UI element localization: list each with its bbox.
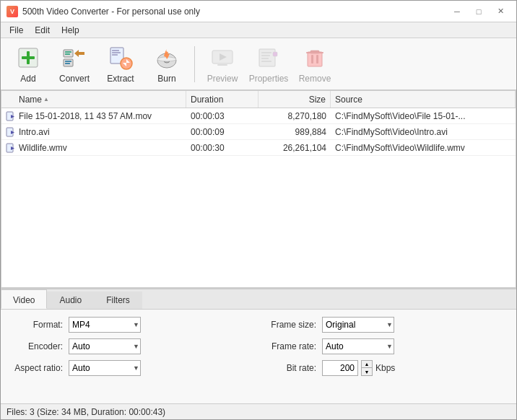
convert-label: Convert [59,74,90,84]
encoder-label: Encoder: [12,341,63,351]
svg-rect-4 [65,51,71,53]
svg-rect-23 [261,52,271,53]
encoder-select[interactable]: Auto H.264 H.265 MPEG-4 [69,338,141,354]
convert-button[interactable]: Convert [53,42,96,87]
aspect-select-wrapper: Auto 4:3 16:9 16:10 ▼ [69,360,141,376]
preview-icon [209,45,235,71]
tab-filters[interactable]: Filters [94,292,142,309]
toolbar-divider [194,46,195,82]
svg-rect-5 [65,53,70,55]
bitrate-input[interactable] [322,360,358,376]
svg-rect-21 [217,64,227,66]
format-row: Format: MP4 AVI MKV MOV WMV FLV ▼ [12,317,251,333]
tab-bar: Video Audio Filters [1,289,516,310]
bitrate-down-button[interactable]: ▼ [362,368,372,375]
framesize-select[interactable]: Original 640x480 1280x720 1920x1080 [322,317,394,333]
encoder-select-wrapper: Auto H.264 H.265 MPEG-4 ▼ [69,338,141,354]
encoder-row: Encoder: Auto H.264 H.265 MPEG-4 ▼ [12,338,251,354]
format-label: Format: [12,320,63,330]
framesize-label: Frame size: [266,320,316,330]
svg-rect-9 [65,63,70,64]
burn-label: Burn [157,74,175,84]
svg-rect-30 [306,52,323,53]
svg-marker-6 [74,50,84,57]
file-list: Name ▲ Duration Size Source [1,90,516,288]
properties-button[interactable]: Properties [247,42,290,87]
svg-rect-28 [308,52,322,66]
svg-rect-12 [112,52,121,53]
app-icon: V [6,6,18,17]
col-duration-header: Duration [186,91,258,108]
preview-label: Preview [207,74,238,84]
table-row[interactable]: Intro.avi 00:00:09 989,884 C:\FindMySoft… [1,124,516,140]
file-duration-cell: 00:00:09 [186,127,258,137]
status-text: Files: 3 (Size: 34 MB, Duration: 00:00:4… [6,407,165,417]
burn-icon [154,45,180,71]
svg-rect-31 [311,55,313,64]
bitrate-group: ▲ ▼ Kbps [322,360,395,376]
video-file-icon [6,127,16,137]
preview-button[interactable]: Preview [201,42,244,87]
file-list-header: Name ▲ Duration Size Source [1,91,516,108]
svg-rect-27 [273,52,277,56]
menu-file[interactable]: File [4,24,29,37]
title-bar: V 500th Video Converter - For personal u… [1,1,516,22]
toolbar: Add Convert [1,38,516,90]
framerate-row: Frame rate: Auto 24 25 30 60 ▼ [266,338,505,354]
aspect-row: Aspect ratio: Auto 4:3 16:9 16:10 ▼ [12,360,251,376]
close-button[interactable]: ✕ [490,4,511,19]
format-select-wrapper: MP4 AVI MKV MOV WMV FLV ▼ [69,317,141,333]
sort-arrow: ▲ [43,96,49,102]
extract-label: Extract [107,74,134,84]
status-bar: Files: 3 (Size: 34 MB, Duration: 00:00:4… [1,403,516,419]
bitrate-label: Bit rate: [266,363,316,373]
framerate-select[interactable]: Auto 24 25 30 60 [322,338,394,354]
file-name-cell: Intro.avi [1,127,186,137]
file-source-cell: C:\FindMySoft\Video\Wildlife.wmv [331,143,516,153]
remove-icon [302,45,328,71]
main-window: V 500th Video Converter - For personal u… [0,0,517,420]
title-bar-left: V 500th Video Converter - For personal u… [6,6,200,17]
col-name-header: Name ▲ [1,91,186,108]
svg-rect-32 [316,55,318,64]
aspect-select[interactable]: Auto 4:3 16:9 16:10 [69,360,141,376]
file-name-cell: File 15-01-2018, 11 43 57 AM.mov [1,111,186,121]
svg-rect-13 [112,54,118,56]
burn-button[interactable]: Burn [145,42,188,87]
file-list-body: File 15-01-2018, 11 43 57 AM.mov 00:00:0… [1,108,516,287]
minimize-button[interactable]: ─ [447,4,467,19]
framesize-row: Frame size: Original 640x480 1280x720 19… [266,317,505,333]
bottom-panel: Video Audio Filters Format: MP4 AVI MKV … [1,288,516,403]
tab-video[interactable]: Video [1,289,47,309]
file-duration-cell: 00:00:30 [186,143,258,153]
file-size-cell: 8,270,180 [258,111,331,121]
add-button[interactable]: Add [6,42,50,87]
file-name-cell: Wildlife.wmv [1,143,186,153]
svg-rect-26 [261,61,271,62]
format-select[interactable]: MP4 AVI MKV MOV WMV FLV [69,317,141,333]
aspect-label: Aspect ratio: [12,363,63,373]
col-source-header: Source [331,91,516,108]
window-controls: ─ □ ✕ [447,4,511,19]
menu-bar: File Edit Help [1,22,516,38]
framerate-select-wrapper: Auto 24 25 30 60 ▼ [322,338,394,354]
tab-audio[interactable]: Audio [47,292,94,309]
file-duration-cell: 00:00:03 [186,111,258,121]
bitrate-up-button[interactable]: ▲ [362,361,372,368]
framerate-label: Frame rate: [266,341,316,351]
table-row[interactable]: File 15-01-2018, 11 43 57 AM.mov 00:00:0… [1,108,516,124]
file-source-cell: C:\FindMySoft\Video\File 15-01-... [331,111,516,121]
video-file-icon [6,143,16,153]
maximize-button[interactable]: □ [469,4,489,19]
svg-rect-2 [22,56,35,59]
menu-help[interactable]: Help [56,24,85,37]
video-file-icon [6,111,16,121]
table-row[interactable]: Wildlife.wmv 00:00:30 26,261,104 C:\Find… [1,140,516,156]
extract-button[interactable]: Extract [99,42,142,87]
remove-label: Remove [299,74,331,84]
extract-icon [108,45,134,71]
svg-rect-11 [112,50,119,51]
menu-edit[interactable]: Edit [29,24,56,37]
remove-button[interactable]: Remove [293,42,336,87]
file-source-cell: C:\FindMySoft\Video\Intro.avi [331,127,516,137]
